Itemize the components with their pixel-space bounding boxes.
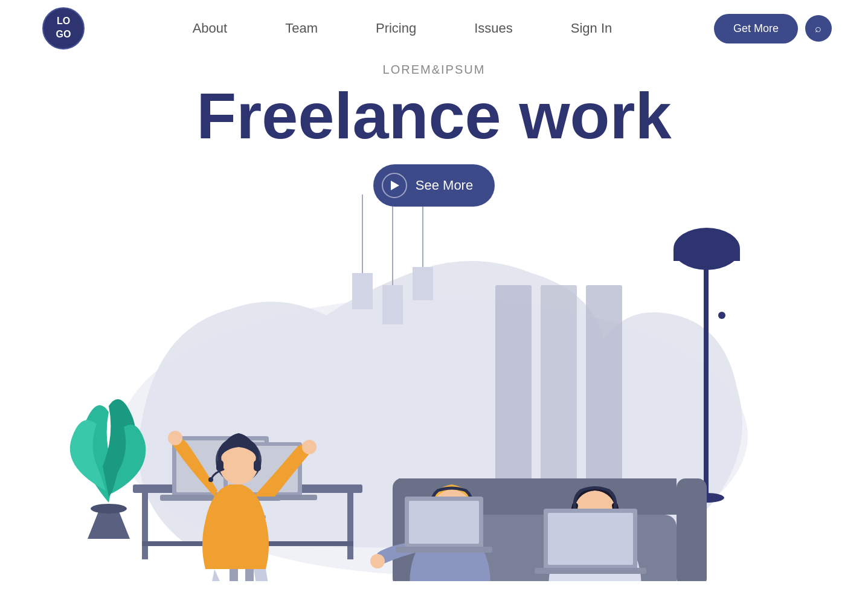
svg-text:GO: GO: [56, 29, 71, 39]
see-more-label: See More: [416, 178, 473, 193]
search-icon: ⌕: [815, 22, 821, 35]
nav-issues[interactable]: Issues: [445, 21, 542, 36]
nav-signin[interactable]: Sign In: [542, 21, 641, 36]
svg-rect-66: [396, 547, 492, 553]
svg-point-41: [208, 477, 213, 482]
nav-about[interactable]: About: [164, 21, 257, 36]
search-button[interactable]: ⌕: [805, 15, 832, 42]
svg-text:LO: LO: [57, 16, 70, 26]
svg-rect-21: [347, 493, 353, 559]
svg-rect-6: [586, 285, 622, 497]
header-actions: Get More ⌕: [714, 14, 832, 43]
svg-rect-26: [245, 568, 254, 581]
svg-rect-50: [677, 478, 707, 581]
illustration-svg: [0, 195, 868, 581]
logo[interactable]: LO GO: [36, 7, 91, 50]
main-nav: About Team Pricing Issues Sign In: [164, 21, 641, 36]
svg-rect-73: [535, 568, 646, 574]
svg-point-18: [91, 504, 127, 513]
hero-section: LOREM&IPSUM Freelance work See More: [0, 57, 868, 207]
svg-rect-10: [382, 285, 403, 324]
svg-rect-15: [704, 261, 709, 497]
svg-rect-20: [142, 493, 148, 559]
svg-point-35: [168, 431, 182, 445]
svg-point-63: [370, 554, 385, 568]
get-more-button[interactable]: Get More: [714, 14, 798, 43]
play-icon: [382, 173, 407, 198]
svg-rect-8: [352, 273, 373, 309]
svg-point-17: [718, 312, 725, 319]
play-triangle: [391, 181, 399, 190]
header: LO GO About Team Pricing Issues Sign In …: [0, 0, 868, 57]
nav-pricing[interactable]: Pricing: [347, 21, 445, 36]
svg-rect-5: [541, 285, 577, 497]
svg-rect-40: [254, 460, 261, 471]
svg-rect-12: [413, 267, 433, 300]
svg-point-0: [43, 8, 84, 49]
svg-rect-72: [548, 513, 633, 565]
svg-rect-25: [230, 568, 238, 581]
svg-rect-14: [674, 249, 740, 261]
nav-team[interactable]: Team: [256, 21, 347, 36]
svg-rect-65: [409, 501, 479, 544]
hero-subtitle: LOREM&IPSUM: [0, 63, 868, 77]
svg-point-36: [302, 440, 317, 454]
see-more-button[interactable]: See More: [373, 164, 495, 207]
hero-illustration: [0, 195, 868, 581]
hero-title: Freelance work: [0, 82, 868, 150]
svg-rect-4: [495, 285, 532, 497]
